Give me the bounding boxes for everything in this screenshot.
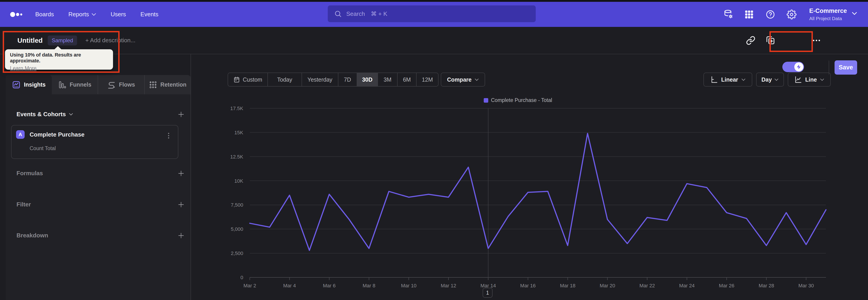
copy-link-icon[interactable]: [746, 27, 755, 54]
retention-icon: [149, 81, 157, 89]
nav-item-events[interactable]: Events: [141, 11, 158, 18]
project-name: E-Commerce: [809, 7, 847, 14]
svg-text:10K: 10K: [235, 178, 243, 184]
apps-grid-icon[interactable]: [744, 2, 754, 27]
flows-icon: [107, 81, 116, 89]
tab-flows[interactable]: Flows: [98, 75, 144, 94]
chart-area: Custom Today Yesterday 7D 30D 3M 6M 12M …: [191, 54, 868, 300]
funnels-icon: [58, 81, 66, 89]
query-builder-sidebar: Insights Funnels Flows Retention: [0, 54, 191, 300]
date-range-12m[interactable]: 12M: [416, 73, 438, 86]
event-card[interactable]: A Complete Purchase Count Total: [11, 125, 178, 159]
formulas-header: Formulas: [17, 168, 177, 179]
date-range-6m[interactable]: 6M: [398, 73, 417, 86]
svg-text:12.5K: 12.5K: [230, 154, 243, 160]
svg-text:Mar 4: Mar 4: [283, 283, 296, 289]
search-shortcut: ⌘ + K: [371, 10, 387, 18]
event-metric[interactable]: Count Total: [30, 145, 56, 151]
project-scope: All Project Data: [809, 16, 847, 21]
svg-text:17.5K: 17.5K: [230, 106, 243, 111]
chevron-down-icon: [92, 13, 96, 16]
date-range-custom[interactable]: Custom: [228, 73, 268, 86]
window-top-strip: [0, 0, 868, 2]
interval-selector-button[interactable]: Day: [756, 72, 784, 87]
svg-text:Mar 6: Mar 6: [323, 283, 336, 289]
svg-text:Mar 18: Mar 18: [560, 283, 575, 289]
report-tabs: Insights Funnels Flows Retention: [6, 75, 191, 94]
chevron-down-icon: [475, 79, 479, 81]
date-range-today[interactable]: Today: [268, 73, 302, 86]
search-placeholder: Search: [346, 10, 365, 18]
svg-text:Mar 28: Mar 28: [758, 283, 774, 289]
svg-text:Mar 26: Mar 26: [719, 283, 734, 289]
date-range-7d[interactable]: 7D: [338, 73, 357, 86]
nav-item-reports[interactable]: Reports: [68, 11, 96, 18]
add-filter-button[interactable]: [178, 201, 185, 208]
annotation-box-toggle: [770, 31, 813, 52]
calendar-icon: [233, 76, 240, 83]
nav-item-boards[interactable]: Boards: [35, 11, 54, 18]
svg-text:Mar 10: Mar 10: [401, 283, 416, 289]
svg-text:Mar 8: Mar 8: [363, 283, 375, 289]
event-name: Complete Purchase: [30, 130, 85, 139]
project-chevron-icon[interactable]: [852, 12, 857, 16]
mixpanel-logo-icon[interactable]: [10, 10, 24, 19]
add-breakdown-button[interactable]: [178, 232, 185, 239]
date-range-3m[interactable]: 3M: [378, 73, 398, 86]
chevron-down-icon: [820, 79, 824, 81]
filter-header: Filter: [17, 199, 177, 210]
compare-button[interactable]: Compare: [441, 72, 485, 87]
insights-icon: [12, 80, 21, 89]
event-menu-icon[interactable]: [165, 132, 173, 140]
svg-text:Mar 2: Mar 2: [243, 283, 256, 289]
svg-text:7,500: 7,500: [231, 202, 243, 208]
svg-text:Mar 12: Mar 12: [441, 283, 456, 289]
legend-swatch: [484, 98, 488, 102]
svg-text:0: 0: [241, 275, 243, 280]
svg-text:Mar 24: Mar 24: [679, 283, 694, 289]
linear-scale-icon: [710, 76, 718, 83]
svg-text:Mar 22: Mar 22: [640, 283, 655, 289]
events-cohorts-header[interactable]: Events & Cohorts: [17, 109, 177, 120]
date-range-control: Custom Today Yesterday 7D 30D 3M 6M 12M: [228, 72, 438, 87]
chart-type-button[interactable]: Line: [788, 72, 831, 87]
settings-gear-icon[interactable]: [786, 2, 797, 27]
svg-text:5,000: 5,000: [231, 226, 243, 232]
chevron-down-icon: [69, 113, 73, 116]
scale-selector-button[interactable]: Linear: [704, 72, 752, 87]
chevron-down-icon: [774, 79, 778, 81]
tab-insights[interactable]: Insights: [6, 75, 52, 94]
chart-legend[interactable]: Complete Purchase - Total: [484, 97, 552, 103]
search-icon: [334, 10, 342, 18]
top-navigation: Boards Reports Users Events Search ⌘ + K: [0, 2, 868, 27]
line-chart-icon: [794, 76, 802, 83]
svg-text:Mar 30: Mar 30: [798, 283, 814, 289]
tab-funnels[interactable]: Funnels: [52, 75, 98, 94]
legend-label: Complete Purchase - Total: [491, 97, 552, 103]
svg-text:Mar 16: Mar 16: [520, 283, 535, 289]
annotation-box-title: [3, 31, 120, 73]
add-formula-button[interactable]: [178, 170, 185, 177]
search-input[interactable]: Search ⌘ + K: [328, 5, 536, 22]
chevron-down-icon: [741, 79, 745, 81]
data-management-icon[interactable]: [723, 2, 734, 27]
more-options-icon[interactable]: [812, 27, 821, 54]
line-chart[interactable]: 02,5005,0007,50010K12.5K15K17.5KMar 2Mar…: [191, 54, 868, 300]
date-range-30d[interactable]: 30D: [357, 73, 378, 86]
help-icon[interactable]: [765, 2, 775, 27]
svg-text:2,500: 2,500: [231, 250, 243, 256]
breakdown-header: Breakdown: [17, 230, 177, 241]
report-header: Untitled Sampled + Add description... Sa…: [0, 27, 868, 54]
svg-text:15K: 15K: [235, 130, 243, 136]
date-range-yesterday[interactable]: Yesterday: [302, 73, 338, 86]
add-event-button[interactable]: [178, 111, 185, 118]
nav-item-users[interactable]: Users: [111, 11, 126, 18]
event-series-badge: A: [16, 130, 25, 139]
project-switcher[interactable]: E-Commerce All Project Data: [809, 2, 847, 27]
tab-retention[interactable]: Retention: [144, 75, 191, 94]
svg-text:Mar 20: Mar 20: [600, 283, 615, 289]
pagination-page-1[interactable]: 1: [483, 288, 493, 298]
